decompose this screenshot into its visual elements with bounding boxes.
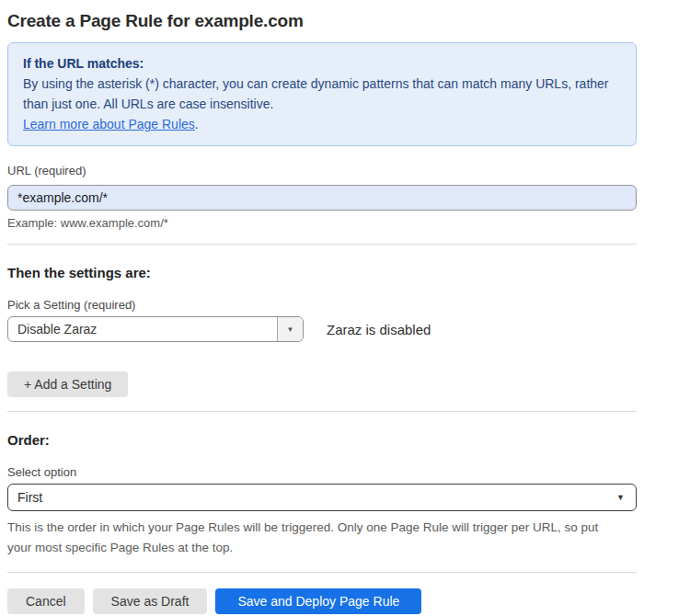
cancel-button[interactable]: Cancel [7,588,85,614]
setting-select-arrow-button[interactable]: ▼ [277,317,303,341]
url-example-text: Example: www.example.com/* [7,216,637,230]
pick-setting-label: Pick a Setting (required) [7,298,637,312]
divider [7,411,637,412]
settings-section-heading: Then the settings are: [7,265,637,280]
setting-picker-row: Disable Zaraz ▼ Zaraz is disabled [7,316,637,342]
setting-select[interactable]: Disable Zaraz ▼ [7,316,304,342]
setting-status-text: Zaraz is disabled [327,322,431,337]
caret-down-icon: ▼ [287,325,294,334]
url-field-label: URL (required) [7,164,637,177]
info-box-body: By using the asterisk (*) character, you… [23,74,621,114]
page-rule-form: Create a Page Rule for example.com If th… [7,11,637,614]
order-select[interactable]: First ▼ [7,484,637,511]
add-setting-button[interactable]: + Add a Setting [7,371,128,397]
save-as-draft-button[interactable]: Save as Draft [93,588,208,614]
order-section-heading: Order: [7,432,637,448]
footer-actions: Cancel Save as Draft Save and Deploy Pag… [7,588,637,614]
divider [7,572,637,573]
learn-more-link[interactable]: Learn more about Page Rules [23,117,195,131]
link-period: . [195,117,199,131]
order-select-label: Select option [7,465,637,479]
info-box-heading: If the URL matches: [23,53,621,74]
setting-select-value: Disable Zaraz [8,317,277,341]
save-and-deploy-button[interactable]: Save and Deploy Page Rule [215,588,421,614]
info-box-link-row: Learn more about Page Rules. [23,114,621,134]
order-select-value: First [17,490,616,505]
divider [7,244,637,245]
url-input[interactable] [7,185,637,211]
caret-down-icon: ▼ [616,493,625,502]
page-title: Create a Page Rule for example.com [7,11,637,31]
url-match-info-box: If the URL matches: By using the asteris… [7,42,637,146]
order-help-text: This is the order in which your Page Rul… [7,518,624,558]
